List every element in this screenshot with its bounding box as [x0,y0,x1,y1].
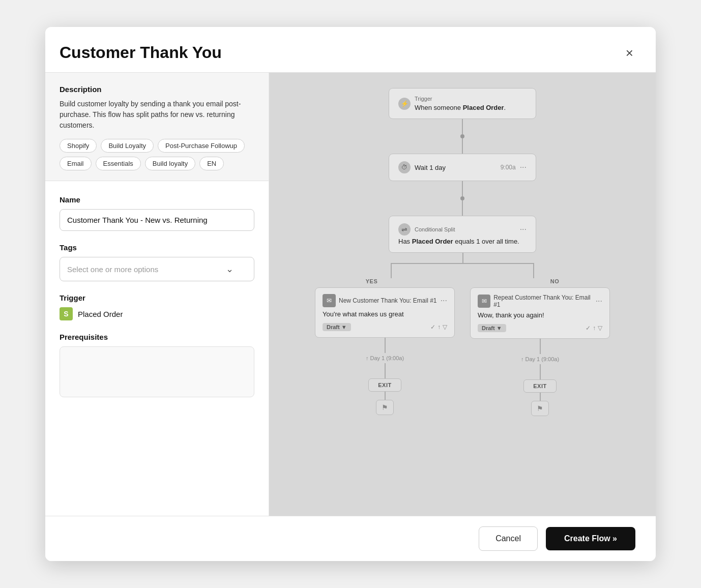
trigger-node-body: When someone Placed Order. [415,104,506,111]
trigger-icon: ⚡ [398,98,411,110]
tags-placeholder: Select one or more options [67,265,158,274]
left-branch-line [391,263,392,278]
right-email-footer: Draft ▼ ✓ ↑ ▽ [478,324,602,332]
cond-label: Conditional Split [415,226,455,232]
right-conn-3 [540,393,541,401]
right-up-icon: ↑ [593,325,596,332]
right-flag-node: ⚑ [531,401,549,416]
split-branches: ✉ New Customer Thank You: Email #1 ··· Y… [315,287,610,416]
modal-footer: Cancel Create Flow » [45,516,656,561]
left-email-dots[interactable]: ··· [441,296,447,305]
tag-chip-post-purchase: Post-Purchase Followup [158,139,245,153]
modal-body: Description Build customer loyalty by se… [45,73,656,516]
tag-chip-email: Email [60,157,92,170]
chevron-down-icon: ⌄ [226,263,233,275]
trigger-node-header: Trigger [415,96,506,102]
connector-dot-2 [460,196,464,200]
yes-label: YES [366,278,378,284]
split-connector [320,253,605,278]
cond-suffix: equals 1 over all time. [453,238,519,245]
left-exit-node: EXIT [368,378,401,392]
connector-2 [462,181,463,196]
no-label: NO [550,278,560,284]
connector-1b [462,138,463,154]
right-conn-2 [540,364,541,379]
left-email-header: ✉ New Customer Thank You: Email #1 ··· [323,294,447,307]
connector-2b [462,200,463,216]
left-conn-1 [385,338,386,353]
left-conn-2 [385,363,386,378]
trigger-prefix: When someone [415,104,463,111]
name-label: Name [60,195,254,204]
prerequisites-label: Prerequisites [60,333,254,341]
trigger-node: ⚡ Trigger When someone Placed Order. [389,88,536,119]
right-branch-line [533,263,534,278]
wait-dots-menu[interactable]: ··· [520,163,527,172]
left-filter-icon: ▽ [443,324,447,331]
right-conn-1 [540,339,541,354]
trigger-section: Trigger S Placed Order [60,293,254,320]
modal-title: Customer Thank You [60,43,222,62]
connector-dot-1 [460,134,464,138]
right-filter-icon: ▽ [598,325,602,332]
flow-canvas: ⚡ Trigger When someone Placed Order. [279,88,646,501]
create-flow-button[interactable]: Create Flow » [546,527,635,550]
left-check-icon: ✓ [430,324,435,331]
left-conn-3 [385,392,386,400]
right-node-actions: ✓ ↑ ▽ [586,325,602,332]
tags-select-wrapper[interactable]: Select one or more options ⌄ [60,257,254,281]
trigger-bold: Placed Order [463,104,504,111]
wait-node: ⏱ Wait 1 day 9:00a ··· [389,154,536,181]
modal-header: Customer Thank You × [45,27,656,73]
cond-dots-menu[interactable]: ··· [520,225,527,234]
wait-label: Wait 1 day [415,164,446,171]
form-section: Name Tags Select one or more options ⌄ T… [45,181,269,516]
cond-body: Has Placed Order equals 1 over all time. [398,238,527,245]
left-mail-icon: ✉ [323,294,336,307]
right-email-header: ✉ Repeat Customer Thank You: Email #1 ··… [478,294,602,308]
horiz-branch-line [391,263,534,264]
description-section: Description Build customer loyalty by se… [45,73,269,181]
cancel-button[interactable]: Cancel [479,526,538,551]
right-draft-badge: Draft ▼ [478,324,506,332]
left-up-icon: ↑ [437,324,441,331]
cond-prefix: Has [398,238,412,245]
center-line [462,253,463,263]
right-day-label: ↑ Day 1 (9:00a) [521,356,559,362]
tags-select[interactable]: Select one or more options ⌄ [60,257,254,281]
tag-chip-shopify: Shopify [60,139,97,153]
right-email-title: ✉ Repeat Customer Thank You: Email #1 [478,294,596,308]
split-section: YES NO ✉ New Customer Thank You: Emai [279,253,646,416]
left-node-actions: ✓ ↑ ▽ [430,324,447,331]
left-branch: ✉ New Customer Thank You: Email #1 ··· Y… [315,287,455,416]
name-input[interactable] [60,209,254,231]
close-button[interactable]: × [624,44,635,62]
wait-time: 9:00a [501,164,516,171]
tag-chip-essentials: Essentials [96,157,141,170]
split-labels: YES NO [320,278,605,284]
tag-chip-build-loyalty-2: Build loyalty [145,157,195,170]
prerequisites-area[interactable] [60,346,254,397]
trigger-label: Trigger [60,293,254,302]
left-flag-node: ⚑ [376,400,394,415]
right-exit-node: EXIT [523,379,556,393]
trigger-suffix: . [504,104,506,111]
left-draft-badge: Draft ▼ [323,323,351,331]
left-email-node: ✉ New Customer Thank You: Email #1 ··· Y… [315,287,455,338]
tags-group: Tags Select one or more options ⌄ [60,243,254,281]
shopify-icon: S [60,307,73,320]
right-email-dots[interactable]: ··· [596,297,602,306]
trigger-value: Placed Order [78,310,123,318]
connector-1 [462,119,463,134]
tags-row: Shopify Build Loyalty Post-Purchase Foll… [60,139,254,170]
left-panel: Description Build customer loyalty by se… [45,73,269,516]
right-email-node: ✉ Repeat Customer Thank You: Email #1 ··… [470,287,610,339]
clock-icon: ⏱ [398,161,411,173]
right-mail-icon: ✉ [478,295,490,308]
tags-label: Tags [60,243,254,252]
description-text: Build customer loyalty by sending a than… [60,99,254,131]
left-email-footer: Draft ▼ ✓ ↑ ▽ [323,323,447,331]
left-email-body: You're what makes us great [323,310,447,318]
prerequisites-group: Prerequisites [60,333,254,397]
tag-chip-en: EN [199,157,224,170]
